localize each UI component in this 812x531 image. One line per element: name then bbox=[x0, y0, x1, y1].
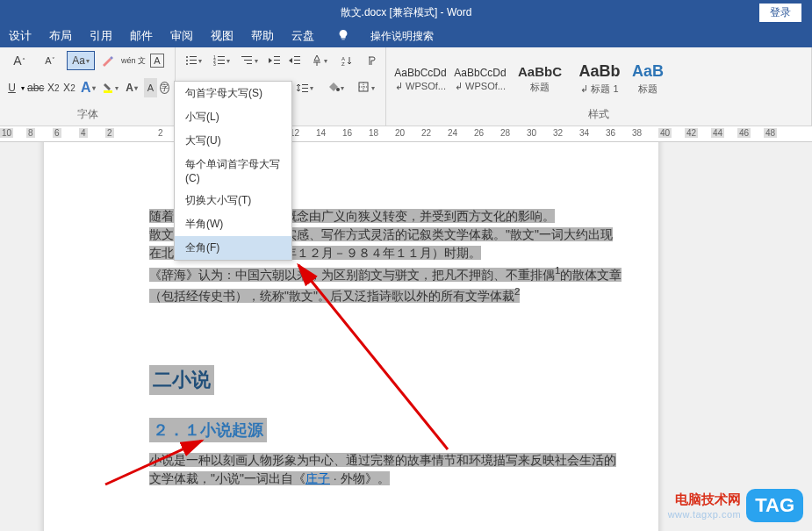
link-zhuangzi[interactable]: 庄子 bbox=[305, 471, 330, 485]
menu-fullwidth[interactable]: 全角(F) bbox=[175, 236, 291, 260]
login-button[interactable]: 登录 bbox=[759, 4, 801, 22]
tab-view[interactable]: 视图 bbox=[211, 28, 234, 44]
line-spacing-button[interactable]: ▾ bbox=[291, 78, 319, 97]
menu-halfwidth[interactable]: 半角(W) bbox=[175, 212, 291, 236]
char-shading-button[interactable]: A bbox=[144, 78, 157, 97]
ruler-tick: 26 bbox=[474, 128, 484, 138]
menu-sentence-case[interactable]: 句首字母大写(S) bbox=[175, 82, 291, 105]
svg-point-44 bbox=[336, 88, 340, 91]
menu-titlecase[interactable]: 每个单词首字母大写(C) bbox=[175, 153, 291, 189]
svg-rect-12 bbox=[218, 63, 225, 64]
styles-group-label: 样式 bbox=[392, 105, 806, 124]
change-case-button[interactable]: Aa▾ bbox=[67, 51, 95, 70]
tab-references[interactable]: 引用 bbox=[90, 28, 112, 44]
numbering-button[interactable]: 123▾ bbox=[209, 51, 234, 70]
svg-rect-6 bbox=[190, 63, 197, 64]
tab-mailings[interactable]: 邮件 bbox=[130, 28, 153, 44]
tab-review[interactable]: 审阅 bbox=[170, 28, 193, 44]
ruler-tick: 30 bbox=[527, 128, 536, 138]
ruler[interactable]: 1086422468101214161820222426283032343638… bbox=[0, 126, 812, 142]
svg-rect-8 bbox=[218, 56, 225, 57]
font-group-label: 字体 bbox=[5, 105, 169, 124]
ruler-tick: 24 bbox=[448, 128, 457, 138]
heading-novel-origin: ２．１小说起源 bbox=[149, 418, 267, 442]
menu-uppercase[interactable]: 大写(U) bbox=[175, 129, 291, 153]
svg-rect-17 bbox=[274, 60, 280, 61]
watermark-url: www.tagxp.com bbox=[668, 508, 742, 520]
borders-button[interactable]: ▾ bbox=[352, 78, 380, 97]
svg-rect-21 bbox=[294, 63, 300, 64]
style-wps2[interactable]: AaBbCcDd↲ WPSOf... bbox=[451, 55, 509, 103]
ruler-tick: 44 bbox=[711, 128, 724, 138]
ruler-tick: 42 bbox=[685, 128, 698, 138]
clear-format-button[interactable] bbox=[97, 51, 117, 70]
style-heading1[interactable]: AaBb↲ 标题 1 bbox=[571, 55, 629, 103]
style-wps1[interactable]: AaBbCcDd↲ WPSOf... bbox=[392, 55, 449, 103]
ruler-tick: 28 bbox=[500, 128, 510, 138]
tab-cloud[interactable]: 云盘 bbox=[291, 28, 314, 44]
svg-rect-13 bbox=[241, 56, 252, 57]
menu-togglecase[interactable]: 切换大小写(T) bbox=[175, 189, 291, 212]
style-heading2[interactable]: AaB标题 bbox=[630, 55, 665, 103]
font-color-button[interactable]: A▾ bbox=[122, 78, 141, 97]
ruler-tick: 40 bbox=[658, 128, 672, 138]
underline-button[interactable]: U bbox=[5, 78, 18, 97]
decrease-indent-button[interactable] bbox=[266, 51, 284, 70]
styles-group: AaBbCcDd↲ WPSOf... AaBbCcDd↲ WPSOf... Aa… bbox=[386, 47, 812, 126]
tab-design[interactable]: 设计 bbox=[9, 28, 32, 44]
svg-rect-16 bbox=[274, 56, 280, 57]
ruler-tick: 20 bbox=[395, 128, 405, 138]
chevron-down-icon[interactable]: ▾ bbox=[21, 84, 25, 92]
ruler-tick: 6 bbox=[53, 128, 61, 138]
increase-indent-button[interactable] bbox=[286, 51, 304, 70]
ruler-tick: 16 bbox=[342, 128, 352, 138]
ruler-tick: 34 bbox=[579, 128, 589, 138]
svg-point-5 bbox=[186, 63, 188, 65]
watermark-title: 电脑技术网 bbox=[668, 491, 742, 508]
style-title[interactable]: AaBbC标题 bbox=[511, 55, 569, 103]
change-case-menu: 句首字母大写(S) 小写(L) 大写(U) 每个单词首字母大写(C) 切换大小写… bbox=[174, 81, 292, 261]
ribbon: A˄ A˅ Aa▾ wén 文 A U▾ abc X2 X2 A▾ ▾ A▾ A… bbox=[0, 47, 812, 126]
chevron-down-icon: ▾ bbox=[86, 57, 90, 65]
multilevel-button[interactable]: ▾ bbox=[237, 51, 262, 70]
svg-rect-20 bbox=[294, 60, 300, 61]
grow-font-button[interactable]: A˄ bbox=[5, 51, 33, 70]
superscript-button[interactable]: X2 bbox=[62, 78, 75, 97]
svg-rect-4 bbox=[190, 60, 197, 61]
highlight-button[interactable]: ▾ bbox=[100, 78, 119, 97]
page: 一.三的发展 随着时代的发展，散文的概念由广义向狭义转变，并受到西方文化的影响。… bbox=[44, 142, 658, 531]
text-effects-button[interactable]: A▾ bbox=[78, 78, 97, 97]
ruler-tick: 32 bbox=[553, 128, 563, 138]
svg-rect-19 bbox=[294, 56, 300, 57]
enclosed-char-button[interactable]: 字 bbox=[160, 82, 169, 94]
watermark-tag: TAG bbox=[746, 489, 803, 522]
menu-lowercase[interactable]: 小写(L) bbox=[175, 105, 291, 129]
ruler-tick: 22 bbox=[421, 128, 431, 138]
ribbon-tabs: 设计 布局 引用 邮件 审阅 视图 帮助 云盘 操作说明搜索 bbox=[0, 25, 812, 47]
svg-rect-43 bbox=[302, 91, 308, 92]
show-marks-button[interactable] bbox=[363, 51, 380, 70]
svg-rect-41 bbox=[302, 84, 308, 85]
tab-help[interactable]: 帮助 bbox=[251, 28, 274, 44]
svg-rect-18 bbox=[274, 63, 280, 64]
strikethrough-button[interactable]: abc bbox=[27, 78, 44, 97]
tell-me-search[interactable]: 操作说明搜索 bbox=[370, 29, 434, 44]
tab-layout[interactable]: 布局 bbox=[49, 28, 72, 44]
asian-layout-button[interactable]: ▾ bbox=[306, 51, 332, 70]
lightbulb-icon bbox=[337, 29, 349, 44]
document-area: 一.三的发展 随着时代的发展，散文的概念由广义向狭义转变，并受到西方文化的影响。… bbox=[0, 142, 812, 531]
window-title: 散文.docx [兼容模式] - Word bbox=[341, 5, 472, 20]
sort-button[interactable]: AZ bbox=[334, 51, 360, 70]
shrink-font-button[interactable]: A˅ bbox=[36, 51, 64, 70]
svg-rect-42 bbox=[302, 88, 308, 89]
ruler-tick: 38 bbox=[632, 128, 642, 138]
subscript-button[interactable]: X2 bbox=[47, 78, 60, 97]
phonetic-button[interactable]: wén 文 bbox=[119, 51, 147, 70]
ruler-tick: 18 bbox=[369, 128, 378, 138]
svg-point-3 bbox=[186, 60, 188, 61]
para-4: 小说是一种以刻画人物形象为中心、通过完整的故事情节和环境描写来反映社会生活的文学… bbox=[149, 451, 623, 488]
shading-button[interactable]: ▾ bbox=[321, 78, 349, 97]
char-border-button[interactable]: A bbox=[150, 54, 164, 68]
bullets-button[interactable]: ▾ bbox=[181, 51, 206, 70]
ruler-tick: 46 bbox=[737, 128, 751, 138]
